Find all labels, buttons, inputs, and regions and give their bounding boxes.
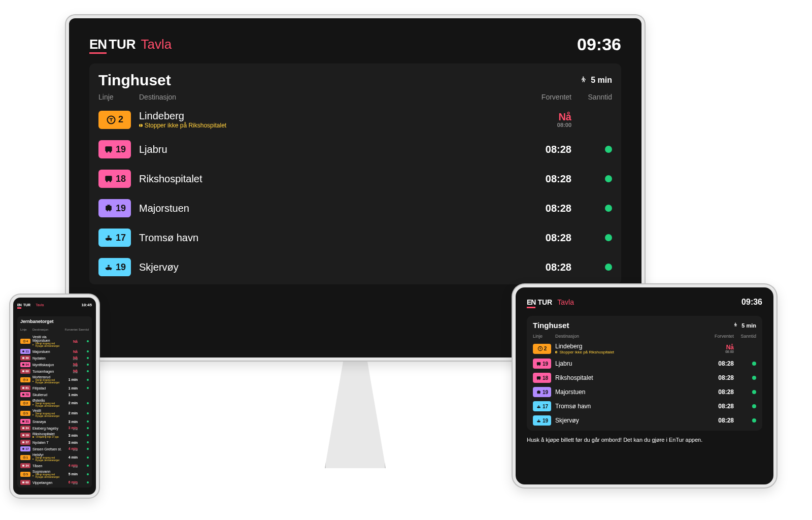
logo-en: EN bbox=[17, 303, 21, 309]
clock: 09:36 bbox=[577, 35, 621, 54]
departure-row: 34Ekeberg hageby3 min10:48 bbox=[20, 426, 89, 431]
realtime-indicator-icon bbox=[752, 390, 756, 394]
line-badge: 54 bbox=[20, 362, 30, 367]
destination: Nydalen bbox=[32, 356, 63, 360]
line-badge: 30 bbox=[20, 355, 30, 361]
realtime-cell bbox=[78, 420, 89, 422]
destination-cell: Ljabru bbox=[555, 360, 703, 367]
line-badge: 2 bbox=[20, 401, 30, 406]
destination: Ekeberg hageby bbox=[32, 427, 63, 430]
destination: Rikshospitalet bbox=[139, 173, 521, 185]
note-text: Stengt inngang ved Flytoget Jernbanetorg… bbox=[36, 342, 63, 347]
logo-tur: TUR bbox=[109, 37, 136, 52]
line-number: 19 bbox=[116, 262, 126, 273]
realtime-cell bbox=[78, 427, 89, 429]
realtime-indicator-icon bbox=[605, 175, 612, 182]
line-badge: 3 bbox=[20, 377, 30, 382]
expected-time: 08:28 bbox=[703, 360, 734, 367]
destination-cell: Snarøya bbox=[32, 420, 63, 424]
realtime-indicator-icon bbox=[87, 412, 89, 414]
service-note: !Stengt inngang ved Flytoget Jernbanetor… bbox=[32, 402, 63, 407]
line-number: 70 bbox=[25, 393, 29, 396]
line-badge: 19 bbox=[98, 140, 131, 158]
line-badge: 60 bbox=[20, 480, 30, 485]
tram-icon bbox=[22, 350, 25, 353]
line-number: 19 bbox=[25, 434, 29, 437]
column-headers: Linje Destinasjon Forventet Sanntid bbox=[20, 328, 89, 331]
note-text: Stopper ikke på Rikshospitalet bbox=[145, 122, 226, 129]
expected-time: 2 min bbox=[63, 401, 78, 405]
destination: Sognsvann bbox=[32, 470, 63, 473]
realtime-cell bbox=[78, 379, 89, 381]
destination: Tåsen bbox=[32, 464, 63, 468]
realtime-indicator-icon bbox=[87, 457, 89, 459]
destination: Snarøya bbox=[32, 420, 63, 424]
destination: Rikshospitalet bbox=[555, 374, 703, 381]
destination: Majorstuen bbox=[555, 388, 703, 396]
departure-row: 54MyntfiskasjonNå10:46 bbox=[20, 362, 89, 367]
service-note: !Omkjøring linje 17 pga bbox=[32, 436, 63, 438]
destination-cell: Rikshospitalet!Omkjøring linje 17 pga bbox=[32, 432, 63, 438]
expected-time: Nå10:46 bbox=[63, 369, 78, 374]
realtime-indicator-icon bbox=[87, 387, 89, 389]
realtime-indicator-icon bbox=[87, 402, 89, 404]
realtime-cell bbox=[78, 370, 89, 372]
line-badge: 70 bbox=[20, 392, 30, 397]
realtime-cell bbox=[571, 205, 612, 212]
warning-icon: ! bbox=[32, 436, 34, 438]
metro-icon bbox=[23, 456, 26, 459]
expected-time: 1 min bbox=[63, 386, 78, 390]
bus-icon bbox=[22, 370, 25, 373]
stop-name: Tinghuset bbox=[98, 72, 171, 89]
boat-icon bbox=[104, 262, 114, 272]
destination-cell: Ekeberg hageby bbox=[32, 427, 63, 430]
departure-row: 2Østerås!Stengt inngang ved Flytoget Jer… bbox=[20, 399, 89, 407]
realtime-cell bbox=[78, 481, 89, 483]
line-number: 11 bbox=[25, 350, 29, 353]
expected-time: 3 min bbox=[63, 441, 78, 444]
destination-cell: Nydalen bbox=[32, 356, 63, 360]
expected-time: 1 min bbox=[63, 378, 78, 381]
expected-time: 5 min bbox=[63, 472, 78, 476]
expected-time: 4 min10:49 bbox=[63, 464, 78, 468]
departure-row: 17Sinsen Grefsen st.4 min10:48 bbox=[20, 446, 89, 451]
col-dest: Destinasjon bbox=[555, 334, 703, 339]
destination-cell: Ljabru bbox=[139, 144, 521, 155]
destination-cell: Vippetangen bbox=[32, 481, 63, 484]
departure-row: 30NydalenNå10:43 bbox=[20, 355, 89, 361]
line-badge: 19 bbox=[98, 258, 131, 276]
bus-icon bbox=[536, 375, 542, 381]
bus-icon bbox=[22, 393, 25, 396]
destination-cell: Sinsen Grefsen st. bbox=[32, 447, 63, 451]
departure-row: 11MajorstuenNå bbox=[20, 349, 89, 354]
realtime-indicator-icon bbox=[605, 205, 612, 212]
line-badge: 11 bbox=[20, 349, 30, 354]
destination-cell: Rikshospitalet bbox=[555, 374, 703, 381]
realtime-cell bbox=[734, 376, 756, 380]
expected-time: Nå10:46 bbox=[63, 363, 78, 367]
realtime-indicator-icon bbox=[87, 481, 89, 483]
line-badge: 34 bbox=[20, 463, 30, 468]
departure-row: 37Nydalen T3 min bbox=[20, 440, 89, 445]
realtime-indicator-icon bbox=[605, 234, 612, 241]
service-note: !Stengt inngang ved Flytoget Jernbanetor… bbox=[32, 342, 63, 347]
expected-time: Nå08:00 bbox=[521, 111, 571, 128]
walk-icon bbox=[580, 76, 588, 84]
departure-row: 18Rikshospitalet08:28 bbox=[533, 373, 756, 383]
note-text: Stengt inngang ved Flytoget Jernbanetorg… bbox=[36, 457, 63, 462]
realtime-cell bbox=[571, 264, 612, 271]
realtime-cell bbox=[734, 404, 756, 408]
line-number: 17 bbox=[543, 404, 548, 409]
col-line: Linje bbox=[533, 334, 555, 339]
realtime-indicator-icon bbox=[605, 146, 612, 153]
note-text: Stengt inngang ved Flytoget Jernbanetorg… bbox=[36, 412, 63, 417]
scheduled-time: 10:46 bbox=[63, 372, 78, 374]
expected-time: Nå10:43 bbox=[63, 356, 78, 361]
warning-icon: ! bbox=[32, 475, 33, 477]
realtime-cell bbox=[734, 362, 756, 366]
destination-cell: Østerås!Stengt inngang ved Flytoget Jern… bbox=[32, 399, 63, 407]
expected-time: 4 min bbox=[63, 456, 78, 459]
destination: Majorstuen bbox=[139, 203, 521, 214]
realtime-cell bbox=[78, 441, 89, 443]
destination: Sinsen Grefsen st. bbox=[32, 447, 63, 451]
